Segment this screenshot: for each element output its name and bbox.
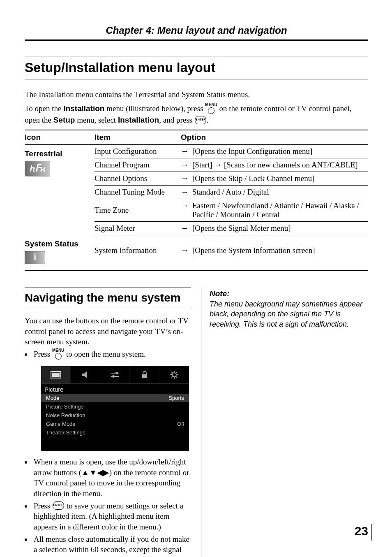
menu-row-label: Noise Reduction	[46, 412, 85, 418]
heading-navigating: Navigating the menu system	[25, 288, 191, 308]
section-system-status-label: System Status	[25, 237, 92, 248]
cell-arrow: →	[181, 158, 192, 172]
cell-item: Channel Tuning Mode	[95, 185, 181, 199]
text: To open the	[25, 104, 63, 113]
page-number: 23	[355, 524, 368, 538]
note-heading: Note:	[210, 289, 368, 298]
text: Press	[34, 501, 52, 510]
tab-sound-icon	[71, 366, 100, 383]
icon-label: MENU	[205, 102, 217, 107]
cell-arrow: →	[181, 221, 192, 235]
tab-lock-icon	[130, 366, 159, 383]
th-icon: Icon	[25, 130, 95, 145]
cell-item: System Information	[95, 235, 181, 266]
enter-button-icon: ENTER	[195, 116, 206, 124]
intro-paragraph-1: The Installation menu contains the Terre…	[25, 89, 368, 100]
cell-arrow: →	[181, 144, 192, 158]
text: .	[207, 116, 209, 124]
install-menu-table: Icon Item Option Terrestrial hϜн Input C…	[25, 130, 368, 272]
text: Press	[34, 350, 52, 358]
bullet-arrows: When a menu is open, use the up/down/lef…	[32, 457, 191, 499]
menu-row: Noise Reduction	[41, 411, 189, 420]
th-option: Option	[181, 130, 368, 145]
cell-item: Time Zone	[95, 199, 181, 221]
bullet-autoclose: All menus close automatically if you do …	[32, 534, 191, 557]
menu-button-icon: MENU	[205, 103, 217, 114]
text-bold: Installation	[63, 104, 104, 113]
svg-point-8	[172, 373, 176, 377]
menu-row-label: Game Mode	[46, 421, 76, 427]
menu-row: Picture Settings	[41, 402, 189, 411]
svg-point-6	[112, 375, 115, 378]
cell-option: [Opens the Signal Meter menu]	[192, 221, 368, 235]
svg-line-15	[171, 376, 173, 378]
menu-row: Mode Sports	[41, 394, 189, 402]
menu-row-label: Picture Settings	[46, 404, 83, 410]
page-number-rule	[371, 524, 372, 541]
text: to open the menu system.	[66, 350, 146, 358]
svg-marker-2	[82, 371, 87, 378]
cell-arrow: →	[181, 185, 192, 199]
cell-item: Signal Meter	[95, 221, 181, 235]
icon-label: MENU	[52, 348, 64, 353]
enter-button-icon: ENTER	[53, 501, 64, 510]
chapter-rule	[25, 39, 368, 41]
cell-option: Eastern / Newfoundland / Atlantic / Hawa…	[192, 199, 368, 221]
cell-arrow: →	[181, 199, 192, 221]
menu-row-label: Theater Settings	[46, 429, 85, 436]
tab-sliders-icon	[100, 366, 130, 383]
bullet-open-menu: Press MENU to open the menu system.	[32, 349, 191, 360]
cell-option: [Opens the Skip / Lock Channel menu]	[192, 172, 368, 185]
cell-option: [Opens the Input Configuration menu]	[192, 144, 368, 158]
cell-option: Standard / Auto / Digital	[192, 185, 368, 199]
section-terrestrial-label: Terrestrial	[25, 147, 92, 158]
cell-item: Input Configuration	[95, 144, 181, 158]
intro-paragraph-2: To open the Installation menu (illustrat…	[25, 103, 368, 125]
note-body: The menu background may sometimes appear…	[210, 299, 368, 329]
cell-arrow: →	[181, 172, 192, 185]
svg-point-5	[115, 372, 118, 374]
bullet-enter: Press ENTER to save your menu settings o…	[32, 501, 191, 532]
text: menu (illustrated below), press	[104, 104, 205, 113]
svg-line-16	[176, 372, 177, 373]
menu-row-value: Off	[177, 421, 184, 427]
terrestrial-icon: hϜн	[25, 161, 50, 176]
cell-item: Channel Program	[95, 158, 181, 172]
text-bold: Setup	[53, 116, 75, 124]
cell-item: Channel Options	[95, 172, 181, 185]
system-status-icon	[25, 251, 45, 264]
text: , and press	[159, 116, 194, 124]
cell-arrow: →	[181, 235, 192, 266]
heading-setup-install: Setup/Installation menu layout	[25, 56, 368, 79]
cell-option: [Opens the System Information screen]	[192, 235, 368, 266]
svg-rect-7	[142, 374, 147, 378]
menu-row: Game Mode Off	[41, 420, 189, 428]
tab-gear-icon	[159, 366, 189, 383]
text-bold: Installation	[118, 116, 159, 124]
menu-section-title: Picture	[41, 384, 189, 394]
text: When a menu is open, use the up/down/lef…	[34, 457, 189, 498]
text: menu, select	[75, 116, 118, 124]
menu-row: Theater Settings	[41, 428, 189, 437]
menu-screenshot: Picture Mode Sports Picture Settings Noi…	[41, 366, 189, 451]
chapter-title: Chapter 4: Menu layout and navigation	[25, 25, 368, 36]
svg-line-13	[171, 372, 173, 373]
menu-button-icon: MENU	[52, 348, 64, 360]
cell-option: [Start] → [Scans for new channels on ANT…	[192, 158, 368, 172]
menu-row-label: Mode	[46, 395, 60, 401]
nav-intro: You can use the buttons on the remote co…	[25, 316, 191, 347]
menu-tabs	[41, 366, 189, 384]
th-item: Item	[95, 130, 181, 145]
svg-rect-1	[52, 373, 60, 377]
tab-picture-icon	[41, 366, 71, 383]
svg-line-14	[176, 376, 177, 378]
menu-row-value: Sports	[168, 395, 184, 401]
